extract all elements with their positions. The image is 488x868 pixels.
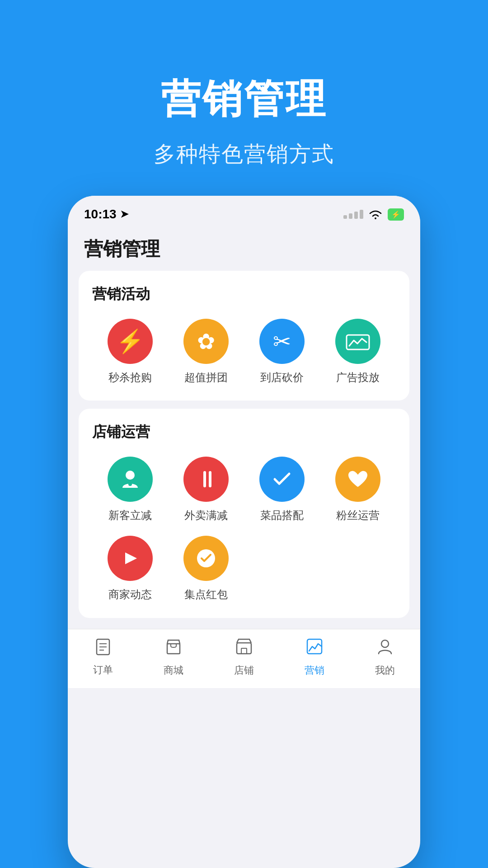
- ad-placement-icon: [335, 319, 380, 364]
- orders-icon: [94, 637, 112, 660]
- marketing-activities-grid: ⚡ 秒杀抢购 ✿ 超值拼团 ✂ 到店砍价: [92, 319, 396, 384]
- delivery-discount-label: 外卖满减: [184, 508, 228, 522]
- bargain-label: 到店砍价: [260, 370, 304, 384]
- merchant-news-icon: [108, 536, 153, 581]
- nav-item-orders[interactable]: 订单: [74, 637, 132, 677]
- new-customer-discount-label: 新客立减: [108, 508, 152, 522]
- app-header: 营销管理: [68, 227, 420, 271]
- flash-sale-icon: ⚡: [108, 319, 153, 364]
- menu-pairing-label: 菜品搭配: [260, 508, 304, 522]
- svg-rect-13: [167, 644, 180, 654]
- nav-item-store[interactable]: 店铺: [215, 637, 273, 677]
- store-icon: [235, 637, 253, 660]
- svg-point-1: [126, 471, 135, 480]
- status-bar: 10:13 ➤ ⚡: [68, 196, 420, 227]
- new-customer-discount-item[interactable]: 新客立减: [92, 457, 168, 522]
- signal-icon: [343, 210, 363, 219]
- delivery-discount-item[interactable]: 外卖满减: [168, 457, 244, 522]
- hero-title: 营销管理: [27, 72, 461, 126]
- flash-sale-label: 秒杀抢购: [108, 370, 152, 384]
- status-time: 10:13 ➤: [84, 207, 128, 222]
- fan-operations-label: 粉丝运营: [336, 508, 380, 522]
- svg-rect-6: [209, 471, 211, 487]
- hero-subtitle: 多种特色营销方式: [27, 140, 461, 169]
- store-operations-title: 店铺运营: [92, 422, 396, 442]
- svg-point-17: [381, 640, 389, 647]
- bargain-item[interactable]: ✂ 到店砍价: [244, 319, 320, 384]
- svg-rect-5: [203, 471, 206, 487]
- merchant-news-item[interactable]: 商家动态: [92, 536, 168, 601]
- merchant-news-label: 商家动态: [108, 587, 152, 601]
- bottom-nav: 订单 商城 店铺: [68, 629, 420, 688]
- wifi-icon: [368, 208, 383, 220]
- phone-mockup: 10:13 ➤ ⚡ 营销管理 营销活动: [68, 196, 420, 868]
- nav-label-mall: 商城: [164, 664, 183, 677]
- menu-pairing-item[interactable]: 菜品搭配: [244, 457, 320, 522]
- store-operations-card: 店铺运营 新客立减: [79, 409, 409, 618]
- store-operations-grid: 新客立减 外卖满减: [92, 457, 396, 601]
- nav-item-marketing[interactable]: 营销: [285, 637, 344, 677]
- bargain-icon: ✂: [259, 319, 305, 364]
- ad-placement-item[interactable]: 广告投放: [320, 319, 396, 384]
- status-icons: ⚡: [343, 208, 404, 221]
- ad-placement-label: 广告投放: [336, 370, 380, 384]
- nav-label-mine: 我的: [375, 664, 395, 677]
- nav-item-mine[interactable]: 我的: [356, 637, 414, 677]
- delivery-discount-icon: [183, 457, 229, 502]
- menu-pairing-icon: [259, 457, 305, 502]
- stamp-redpacket-item[interactable]: 集点红包: [168, 536, 244, 601]
- fan-operations-item[interactable]: 粉丝运营: [320, 457, 396, 522]
- stamp-redpacket-icon: [183, 536, 229, 581]
- marketing-icon: [305, 637, 324, 660]
- location-icon: ➤: [120, 208, 128, 220]
- svg-rect-15: [241, 648, 247, 654]
- flash-sale-item[interactable]: ⚡ 秒杀抢购: [92, 319, 168, 384]
- hero-section: 营销管理 多种特色营销方式: [0, 0, 488, 196]
- nav-item-mall[interactable]: 商城: [144, 637, 203, 677]
- group-buy-item[interactable]: ✿ 超值拼团: [168, 319, 244, 384]
- group-buy-label: 超值拼团: [184, 370, 228, 384]
- battery-icon: ⚡: [388, 208, 404, 221]
- marketing-activities-title: 营销活动: [92, 284, 396, 304]
- mine-icon: [376, 637, 394, 660]
- nav-label-orders: 订单: [93, 663, 113, 677]
- marketing-activities-card: 营销活动 ⚡ 秒杀抢购 ✿ 超值拼团 ✂: [79, 271, 409, 401]
- mall-icon: [164, 637, 183, 660]
- nav-label-store: 店铺: [234, 664, 254, 677]
- app-content: 营销活动 ⚡ 秒杀抢购 ✿ 超值拼团 ✂: [68, 271, 420, 629]
- svg-marker-7: [125, 552, 137, 564]
- new-customer-discount-icon: [108, 457, 153, 502]
- fan-operations-icon: [335, 457, 380, 502]
- group-buy-icon: ✿: [183, 319, 229, 364]
- svg-rect-16: [307, 639, 322, 654]
- page-title: 营销管理: [84, 236, 404, 262]
- stamp-redpacket-label: 集点红包: [184, 587, 228, 601]
- nav-label-marketing: 营销: [305, 664, 324, 677]
